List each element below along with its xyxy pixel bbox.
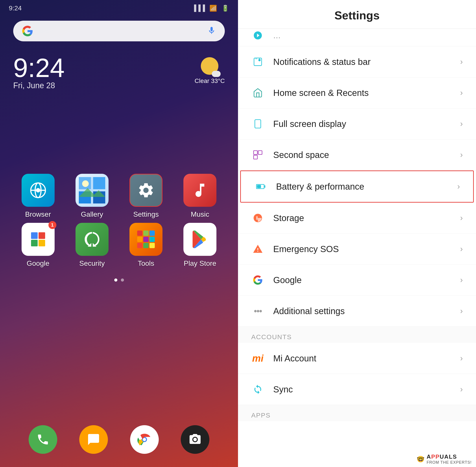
notifications-icon — [251, 55, 264, 68]
homescreen-chevron: › — [460, 88, 463, 97]
settings-item-battery[interactable]: Battery & performance › — [240, 170, 474, 203]
app-item-google[interactable]: 1 Google — [13, 223, 63, 268]
playstore-label: Play Store — [184, 259, 217, 268]
miaccount-text: Mi Account — [273, 353, 460, 363]
security-label: Security — [79, 259, 105, 268]
emergencysos-chevron: › — [460, 244, 463, 254]
settings-header: Settings — [238, 0, 476, 29]
dock-camera[interactable] — [181, 425, 209, 454]
clock-date: Fri, June 28 — [13, 81, 225, 90]
app-grid: Browser Gallery — [0, 161, 238, 274]
gallery-label: Gallery — [81, 210, 103, 219]
additionalsettings-text: Additional settings — [273, 306, 460, 316]
sync-text: Sync — [273, 385, 460, 394]
svg-rect-6 — [93, 177, 105, 189]
svg-rect-19 — [258, 151, 262, 155]
google-badge: 1 — [48, 221, 56, 229]
settings-label: Settings — [133, 210, 159, 219]
battery-icon: 🔋 — [221, 5, 229, 12]
notifications-chevron: › — [460, 57, 463, 66]
settings-item-homescreen[interactable]: Home screen & Recents › — [238, 78, 476, 108]
google-label: Google — [27, 259, 49, 268]
fullscreen-icon — [251, 117, 264, 130]
homescreen-text: Home screen & Recents — [273, 88, 460, 98]
tools-icon — [129, 223, 163, 256]
miaccount-chevron: › — [460, 354, 463, 363]
status-bar: 9:24 ▐▐▐ 📶 🔋 — [0, 0, 238, 16]
home-screen: 9:24 ▐▐▐ 📶 🔋 9:24 Fri, June 28 — [0, 0, 238, 467]
security-icon — [76, 223, 109, 256]
settings-item-google[interactable]: Google › — [238, 265, 476, 296]
svg-rect-20 — [254, 155, 257, 159]
browser-icon — [22, 174, 54, 207]
settings-item-partial[interactable]: ... — [238, 29, 476, 46]
svg-rect-18 — [254, 151, 257, 155]
accounts-section-header: ACCOUNTS — [238, 327, 476, 343]
notifications-text: Notifications & status bar — [273, 57, 460, 67]
svg-point-12 — [143, 438, 146, 441]
svg-rect-17 — [255, 120, 261, 128]
svg-point-3 — [36, 188, 40, 193]
settings-item-notifications[interactable]: Notifications & status bar › — [238, 46, 476, 78]
page-indicator — [0, 278, 238, 282]
clock-time: 9:24 — [13, 54, 225, 81]
dock-chrome[interactable] — [130, 425, 159, 454]
storage-chevron: › — [460, 213, 463, 223]
emergencysos-icon — [251, 242, 264, 256]
emergencysos-text: Emergency SOS — [273, 244, 460, 254]
battery-text: Battery & performance — [276, 182, 457, 192]
storage-text: Storage — [273, 213, 460, 223]
app-item-gallery[interactable]: Gallery — [67, 174, 117, 219]
google-settings-icon — [251, 273, 264, 287]
partial-icon — [251, 29, 264, 42]
bottom-dock — [0, 425, 238, 454]
app-item-tools[interactable]: Tools — [121, 223, 171, 268]
settings-item-sync[interactable]: Sync › — [238, 374, 476, 405]
homescreen-icon — [251, 86, 264, 99]
music-icon — [183, 174, 217, 207]
tools-label: Tools — [138, 259, 154, 268]
wifi-icon: 📶 — [209, 5, 217, 12]
secondspace-icon — [251, 148, 264, 161]
sync-icon — [251, 383, 264, 396]
settings-panel: Settings ... Notifications & status — [238, 0, 476, 467]
svg-rect-23 — [257, 185, 261, 188]
settings-title: Settings — [334, 9, 380, 22]
dock-messages[interactable] — [79, 425, 108, 454]
svg-point-16 — [259, 59, 260, 61]
weather-widget: Clear 33°C — [195, 57, 225, 84]
playstore-icon — [183, 223, 217, 256]
svg-point-9 — [82, 180, 89, 187]
weather-cloud-icon — [212, 71, 221, 77]
app-item-music[interactable]: Music — [175, 174, 225, 219]
app-item-playstore[interactable]: Play Store — [175, 223, 225, 268]
battery-perf-icon — [254, 180, 267, 193]
camera-icon — [181, 425, 209, 454]
settings-item-additionalsettings[interactable]: ••• Additional settings › — [238, 296, 476, 327]
google-settings-chevron: › — [460, 275, 463, 285]
app-item-security[interactable]: Security — [67, 223, 117, 268]
signal-icon: ▐▐▐ — [192, 5, 205, 12]
google-grid-icon — [29, 231, 47, 248]
fullscreen-chevron: › — [460, 119, 463, 129]
settings-item-storage[interactable]: Storage › — [238, 203, 476, 234]
weather-sun-icon — [201, 57, 218, 75]
music-label: Music — [191, 210, 209, 219]
google-app-icon: 1 — [22, 223, 54, 256]
settings-item-fullscreen[interactable]: Full screen display › — [238, 108, 476, 140]
weather-text: Clear 33°C — [195, 78, 225, 84]
gallery-icon — [76, 174, 109, 207]
dot-2 — [121, 278, 124, 282]
app-item-browser[interactable]: Browser — [13, 174, 63, 219]
app-item-settings[interactable]: Settings — [121, 174, 171, 219]
settings-item-secondspace[interactable]: Second space › — [238, 140, 476, 170]
dock-phone[interactable] — [29, 425, 57, 454]
mic-icon[interactable] — [207, 26, 216, 36]
settings-list: ... Notifications & status bar › — [238, 29, 476, 467]
dot-1 — [114, 278, 117, 282]
watermark: 🤓 APPUALS FROM THE EXPERTS! — [412, 451, 476, 467]
search-bar[interactable] — [13, 21, 225, 41]
settings-item-emergencysos[interactable]: Emergency SOS › — [238, 234, 476, 265]
fullscreen-text: Full screen display — [273, 119, 460, 129]
settings-item-miaccount[interactable]: mi Mi Account › — [238, 343, 476, 374]
